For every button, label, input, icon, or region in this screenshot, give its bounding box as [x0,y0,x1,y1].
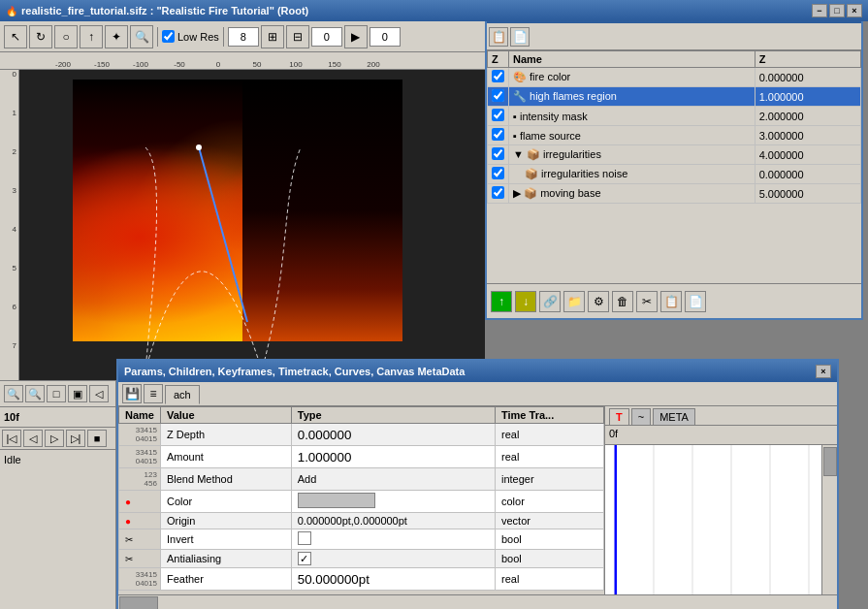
timeline-grid [605,445,837,594]
layers-footer: ↑ ↓ 🔗 📁 ⚙ 🗑 ✂ 📋 📄 [487,283,861,318]
minimize-button[interactable]: − [812,4,827,17]
canvas-area: 0 1 2 3 4 5 6 7 [0,70,485,380]
render-btn[interactable]: ▶ [344,25,368,48]
stop-button[interactable]: ■ [87,430,107,447]
layers-table-container: Z Name Z 🎨 fire color 0.000000 🔧 high fl… [487,50,861,204]
zoom-out-button[interactable]: 🔍 [25,385,45,402]
params-tab-ach[interactable]: ach [165,385,200,404]
layer-row-irregularities[interactable]: ▼ 📦 irregularities 4.000000 [488,145,861,165]
params-right: T ~ META 0f [604,406,837,594]
vertical-ruler: 0 1 2 3 4 5 6 7 [0,70,19,380]
layer-paste-button[interactable]: 📄 [685,291,706,312]
grid-btn2[interactable]: ⊟ [286,25,309,48]
params-tool1[interactable]: 💾 [122,384,142,403]
scrollbar-thumb[interactable] [823,447,837,476]
color-icon: ● [125,497,131,507]
grid-btn1[interactable]: ⊞ [261,25,284,48]
horizontal-ruler: -200 -150 -100 -50 0 50 100 150 200 [0,52,485,70]
frame-display: 10f [0,406,115,427]
tool-cursor[interactable]: ↑ [80,25,103,48]
layer-row-fire-color[interactable]: 🎨 fire color 0.000000 [488,68,861,87]
zdepth-input[interactable] [298,428,375,442]
invert-checkbox[interactable] [298,531,311,545]
scroll-button[interactable]: ◁ [89,385,109,402]
play-start-button[interactable]: |◁ [2,430,21,447]
invert-icon: ✂ [125,534,133,545]
tool-zoom[interactable]: 🔍 [130,25,153,48]
layer-row-moving-base[interactable]: ▶ 📦 moving base 5.000000 [488,184,861,204]
tool-arrow[interactable]: ↖ [4,25,27,48]
layer-link-button[interactable]: 🔗 [539,291,561,312]
fire-image [73,80,402,341]
params-body: Name Value Type Time Tra... 3341504015 Z… [118,406,837,594]
layer-tool2[interactable]: 📄 [510,27,530,47]
params-right-tabs: T ~ META [605,406,837,426]
layer-row-flame-source[interactable]: ▪ flame source 3.000000 [488,126,861,145]
zoom-in-button[interactable]: 🔍 [4,385,23,402]
main-toolbar: ↖ ↻ ○ ↑ ✦ 🔍 Low Res ⊞ ⊟ ▶ [0,21,485,52]
timeline-body [605,445,837,594]
zoom-fit-button[interactable]: □ [47,385,66,402]
color-swatch[interactable] [298,493,375,508]
layer-down-button[interactable]: ↓ [515,291,536,312]
tab-curve[interactable]: ~ [631,408,651,425]
layer-cut-button[interactable]: ✂ [636,291,658,312]
param-row-color: ● Color color [119,491,604,513]
layer-group-button[interactable]: 📁 [563,291,585,312]
layer-row-high-flames[interactable]: 🔧 high flames region 1.000000 [488,87,861,107]
param-row-antialiasing: ✂ Antialiasing ✓ bool [119,550,604,568]
separator1 [157,27,158,47]
lowres-checkbox[interactable] [162,30,175,43]
params-title: Params, Children, Keyframes, Timetrack, … [124,366,465,377]
play-end-button[interactable]: ▷| [66,430,85,447]
status-bar: Idle [0,449,115,469]
layer-copy-button[interactable]: 📋 [660,291,682,312]
tab-t[interactable]: T [609,408,629,425]
maximize-button[interactable]: □ [829,4,845,17]
col-value-header: Value [160,407,291,424]
layer-check-flame-source[interactable] [492,128,504,141]
layer-tool1[interactable]: 📋 [489,27,508,47]
playback-controls: |◁ ◁ ▷ ▷| ■ [0,427,115,449]
tool-rotate[interactable]: ↻ [29,25,52,48]
params-toolbar: 💾 ≡ ach [118,382,837,406]
number2-input[interactable] [311,27,342,47]
params-panel: Params, Children, Keyframes, Timetrack, … [116,359,839,609]
layer-settings-button[interactable]: ⚙ [588,291,609,312]
zoom-select-button[interactable]: ▣ [68,385,87,402]
timeline-scrollbar[interactable] [821,445,837,594]
antialiasing-checkbox[interactable]: ✓ [298,552,311,565]
hscroll-thumb[interactable] [119,596,158,610]
col-name-header: Name [119,407,161,424]
params-hscrollbar[interactable] [118,594,837,609]
param-row-feather: 3341504015 Feather real [119,568,604,591]
origin-icon: ● [125,516,131,527]
params-close-button[interactable]: × [816,365,831,378]
quality-input[interactable] [228,27,259,47]
layer-check-high-flames[interactable] [492,89,504,102]
col-z-val: Z [755,51,860,68]
tool-circle[interactable]: ○ [54,25,78,48]
timeline-area: 0f [605,426,837,594]
layer-delete-button[interactable]: 🗑 [612,291,633,312]
layer-row-intensity[interactable]: ▪ intensity mask 2.000000 [488,107,861,126]
params-tool2[interactable]: ≡ [144,384,163,403]
canvas-main[interactable] [19,70,485,380]
layer-check-irr-noise[interactable] [492,167,504,179]
play-fwd-button[interactable]: ▷ [45,430,64,447]
layer-check-fire-color[interactable] [492,70,504,82]
layer-check-moving-base[interactable] [492,186,504,199]
number3-input[interactable] [370,27,401,47]
layer-row-irr-noise[interactable]: 📦 irregularities noise 0.000000 [488,165,861,184]
close-button[interactable]: × [847,4,862,17]
layer-up-button[interactable]: ↑ [491,291,512,312]
tab-meta[interactable]: META [653,408,695,425]
feather-input[interactable] [298,572,375,587]
main-title-bar: 🔥 realistic_fire_tutorial.sifz : "Realis… [0,0,868,21]
layer-check-irregularities[interactable] [492,147,504,160]
layer-check-intensity[interactable] [492,109,504,121]
tool-node[interactable]: ✦ [105,25,128,48]
layers-toolbar: 📋 📄 [487,23,861,50]
play-back-button[interactable]: ◁ [23,430,43,447]
amount-input[interactable] [298,450,375,465]
